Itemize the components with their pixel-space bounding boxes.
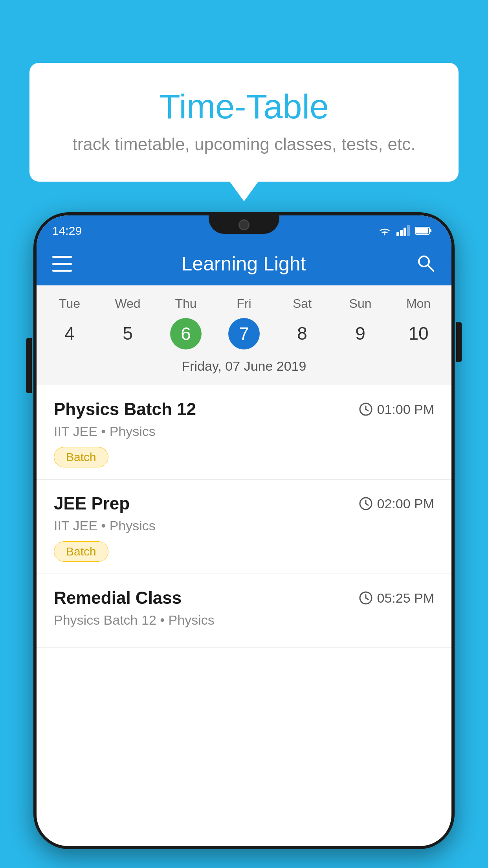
- svg-rect-0: [396, 232, 399, 236]
- phone-notch: [209, 212, 279, 234]
- day-numbers: 4 5 6 7 8 9 10: [37, 314, 451, 355]
- class-name-3: Remedial Class: [54, 588, 182, 608]
- class-time-3: 05:25 PM: [359, 590, 434, 606]
- phone-outer: 14:29: [33, 212, 455, 849]
- bubble-subtitle: track timetable, upcoming classes, tests…: [61, 134, 427, 154]
- app-title: Learning Light: [72, 252, 415, 275]
- class-header-1: Physics Batch 12 01:00 PM: [54, 399, 434, 419]
- day-6-today[interactable]: 6: [170, 318, 202, 349]
- day-headers: Tue Wed Thu Fri Sat Sun Mon: [37, 293, 451, 314]
- selected-date: Friday, 07 June 2019: [37, 355, 451, 381]
- clock-icon-3: [359, 591, 373, 605]
- day-8[interactable]: 8: [273, 318, 331, 349]
- class-header-2: JEE Prep 02:00 PM: [54, 494, 434, 513]
- app-bar: Learning Light: [37, 242, 451, 285]
- day-name-sat[interactable]: Sat: [273, 293, 331, 314]
- wifi-icon: [378, 225, 392, 236]
- class-subtitle-2: IIT JEE • Physics: [54, 518, 434, 533]
- day-7-selected[interactable]: 7: [228, 318, 260, 349]
- svg-rect-1: [400, 230, 403, 236]
- class-subtitle-3: Physics Batch 12 • Physics: [54, 612, 434, 628]
- batch-tag-1: Batch: [54, 447, 108, 467]
- svg-rect-5: [430, 229, 431, 232]
- class-list: Physics Batch 12 01:00 PM IIT JEE • Phys…: [37, 385, 451, 648]
- svg-line-17: [366, 598, 368, 600]
- status-time: 14:29: [52, 224, 82, 237]
- class-item-2[interactable]: JEE Prep 02:00 PM IIT JEE • Physics Batc…: [37, 480, 451, 574]
- day-name-fri[interactable]: Fri: [215, 293, 273, 314]
- battery-icon: [415, 226, 432, 235]
- class-item-3[interactable]: Remedial Class 05:25 PM Physics Batch 12…: [37, 574, 451, 648]
- day-9[interactable]: 9: [331, 318, 389, 349]
- svg-rect-2: [404, 228, 406, 236]
- calendar-strip: Tue Wed Thu Fri Sat Sun Mon 4 5 6 7 8 9 …: [37, 285, 451, 385]
- day-name-tue[interactable]: Tue: [40, 293, 99, 314]
- svg-line-14: [366, 504, 368, 505]
- class-time-1: 01:00 PM: [359, 402, 434, 417]
- speech-bubble-area: Time-Table track timetable, upcoming cla…: [29, 63, 459, 182]
- class-time-2: 02:00 PM: [359, 496, 434, 511]
- day-5[interactable]: 5: [99, 318, 157, 349]
- svg-line-8: [427, 265, 433, 271]
- camera: [238, 219, 250, 230]
- day-4[interactable]: 4: [40, 318, 99, 349]
- day-name-sun[interactable]: Sun: [331, 293, 389, 314]
- class-header-3: Remedial Class 05:25 PM: [54, 588, 434, 608]
- class-name-1: Physics Batch 12: [54, 399, 196, 419]
- class-name-2: JEE Prep: [54, 494, 130, 513]
- clock-icon-1: [359, 402, 373, 416]
- status-icons: [378, 225, 432, 236]
- phone-mockup: 14:29: [33, 212, 455, 868]
- day-name-thu[interactable]: Thu: [157, 293, 215, 314]
- day-name-wed[interactable]: Wed: [99, 293, 157, 314]
- day-10[interactable]: 10: [389, 318, 448, 349]
- signal-icon: [396, 225, 411, 236]
- menu-icon[interactable]: [52, 256, 72, 272]
- phone-screen: 14:29: [37, 215, 451, 846]
- speech-bubble: Time-Table track timetable, upcoming cla…: [29, 63, 459, 182]
- class-item-1[interactable]: Physics Batch 12 01:00 PM IIT JEE • Phys…: [37, 385, 451, 480]
- svg-line-11: [366, 409, 368, 411]
- svg-rect-6: [416, 228, 428, 234]
- svg-rect-3: [407, 225, 410, 236]
- batch-tag-2: Batch: [54, 541, 108, 562]
- class-subtitle-1: IIT JEE • Physics: [54, 424, 434, 439]
- search-button[interactable]: [415, 253, 436, 275]
- day-name-mon[interactable]: Mon: [389, 293, 448, 314]
- clock-icon-2: [359, 497, 373, 511]
- bubble-title: Time-Table: [61, 86, 427, 127]
